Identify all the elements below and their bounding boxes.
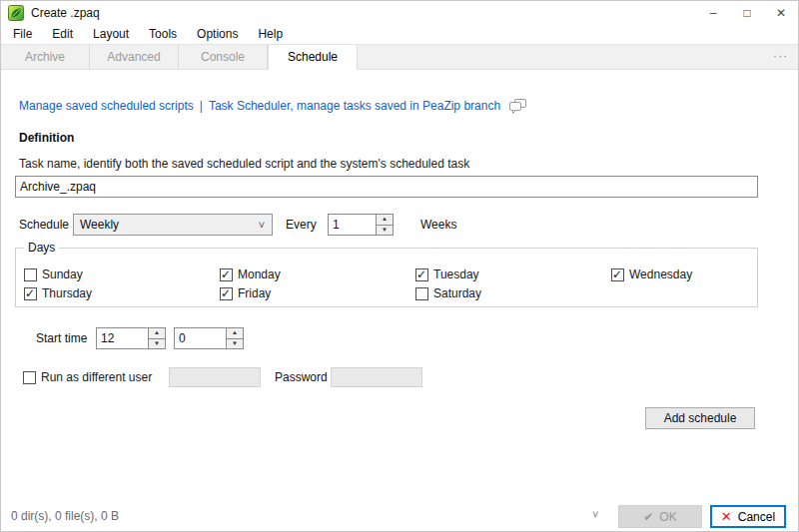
status-bar-text: 0 dir(s), 0 file(s), 0 B — [11, 509, 119, 523]
close-x-icon: ✕ — [721, 509, 732, 524]
menu-tools[interactable]: Tools — [139, 25, 187, 44]
peazip-logo-icon — [8, 5, 24, 21]
link-separator: | — [200, 99, 203, 113]
checkbox-icon[interactable] — [24, 268, 37, 281]
run-as-user-input[interactable] — [169, 367, 261, 387]
peazip-create-zpaq-window: Create .zpaq – □ ✕ File Edit Layout Tool… — [0, 0, 799, 532]
help-links-row: Manage saved scheduled scripts | Task Sc… — [19, 97, 526, 115]
day-label: Tuesday — [433, 267, 479, 281]
run-as-label: Run as different user — [41, 370, 152, 384]
day-checkbox-friday[interactable]: Friday — [220, 285, 271, 301]
menu-bar: File Edit Layout Tools Options Help — [1, 25, 798, 44]
checkbox-icon[interactable] — [220, 268, 233, 281]
period-unit-label: Weeks — [420, 214, 456, 236]
tab-overflow-button[interactable]: ··· — [773, 45, 788, 69]
day-checkbox-wednesday[interactable]: Wednesday — [611, 266, 692, 282]
menu-layout[interactable]: Layout — [83, 25, 139, 44]
manage-scripts-link[interactable]: Manage saved scheduled scripts — [19, 99, 194, 113]
start-hour-value: 12 — [97, 328, 148, 348]
spinner-up-icon[interactable]: ▲ — [149, 328, 165, 339]
run-as-checkbox[interactable]: Run as different user — [23, 369, 152, 385]
minimize-button[interactable]: – — [696, 1, 730, 25]
ok-dropdown-chevron-icon[interactable]: ˅ — [592, 508, 598, 520]
checkbox-icon[interactable] — [220, 287, 233, 300]
cancel-button[interactable]: ✕ Cancel — [710, 505, 786, 528]
check-icon: ✔ — [643, 510, 653, 524]
close-button[interactable]: ✕ — [764, 1, 798, 25]
day-label: Monday — [238, 267, 281, 281]
start-minute-value: 0 — [175, 328, 226, 348]
menu-file[interactable]: File — [3, 25, 42, 44]
window-controls: – □ ✕ — [696, 1, 798, 25]
task-name-hint: Task name, identify both the saved sched… — [19, 157, 469, 171]
spinner-down-icon[interactable]: ▼ — [377, 226, 393, 236]
every-value: 1 — [329, 215, 376, 235]
chevron-down-icon: ˅ — [252, 219, 272, 231]
days-group: Days Sunday Monday Tuesday Wednesday Thu… — [15, 248, 758, 307]
spinner-down-icon[interactable]: ▼ — [227, 339, 243, 349]
menu-options[interactable]: Options — [187, 25, 248, 44]
menu-edit[interactable]: Edit — [42, 25, 83, 44]
ok-button-label: OK — [659, 510, 676, 524]
start-hour-stepper-buttons: ▲ ▼ — [148, 328, 165, 348]
day-label: Friday — [238, 286, 271, 300]
start-time-label: Start time — [36, 327, 87, 349]
day-checkbox-saturday[interactable]: Saturday — [415, 285, 481, 301]
every-label: Every — [286, 214, 317, 236]
every-stepper[interactable]: 1 ▲ ▼ — [328, 214, 394, 236]
spinner-down-icon[interactable]: ▼ — [149, 339, 165, 349]
schedule-label: Schedule — [19, 214, 69, 236]
day-label: Wednesday — [629, 267, 692, 281]
day-checkbox-tuesday[interactable]: Tuesday — [415, 266, 479, 282]
start-minute-stepper[interactable]: 0 ▲ ▼ — [174, 327, 244, 349]
maximize-button[interactable]: □ — [730, 1, 764, 25]
spinner-up-icon[interactable]: ▲ — [377, 215, 393, 226]
tab-advanced[interactable]: Advanced — [90, 45, 179, 69]
schedule-selected-value: Weekly — [74, 218, 252, 232]
password-input[interactable] — [331, 367, 422, 387]
day-checkbox-sunday[interactable]: Sunday — [24, 266, 83, 282]
spinner-up-icon[interactable]: ▲ — [227, 328, 243, 339]
day-label: Thursday — [42, 286, 92, 300]
schedule-select[interactable]: Weekly ˅ — [73, 214, 273, 236]
tab-archive[interactable]: Archive — [1, 45, 90, 69]
checkbox-icon[interactable] — [611, 268, 624, 281]
day-checkbox-thursday[interactable]: Thursday — [24, 285, 92, 301]
task-name-input[interactable] — [15, 176, 758, 198]
title-bar: Create .zpaq – □ ✕ — [1, 1, 798, 25]
day-label: Saturday — [433, 286, 481, 300]
every-stepper-buttons: ▲ ▼ — [376, 215, 393, 235]
ok-button[interactable]: ✔ OK — [618, 505, 702, 528]
tab-bar: Archive Advanced Console Schedule ··· — [1, 44, 798, 70]
tab-console[interactable]: Console — [179, 45, 268, 69]
checkbox-icon[interactable] — [415, 268, 428, 281]
day-label: Sunday — [42, 267, 83, 281]
start-hour-stepper[interactable]: 12 ▲ ▼ — [96, 327, 166, 349]
day-checkbox-monday[interactable]: Monday — [220, 266, 281, 282]
comment-bubble-icon[interactable] — [509, 99, 526, 114]
tab-schedule[interactable]: Schedule — [268, 45, 358, 70]
cancel-button-label: Cancel — [738, 510, 775, 524]
window-title: Create .zpaq — [31, 1, 100, 25]
checkbox-icon[interactable] — [23, 371, 36, 384]
definition-heading: Definition — [19, 131, 74, 145]
password-label: Password — [275, 366, 328, 388]
start-minute-stepper-buttons: ▲ ▼ — [226, 328, 243, 348]
task-scheduler-link[interactable]: Task Scheduler, manage tasks saved in Pe… — [209, 99, 500, 113]
checkbox-icon[interactable] — [24, 287, 37, 300]
add-schedule-button[interactable]: Add schedule — [645, 407, 755, 429]
menu-help[interactable]: Help — [248, 25, 293, 44]
checkbox-icon[interactable] — [415, 287, 428, 300]
days-legend: Days — [24, 241, 59, 255]
